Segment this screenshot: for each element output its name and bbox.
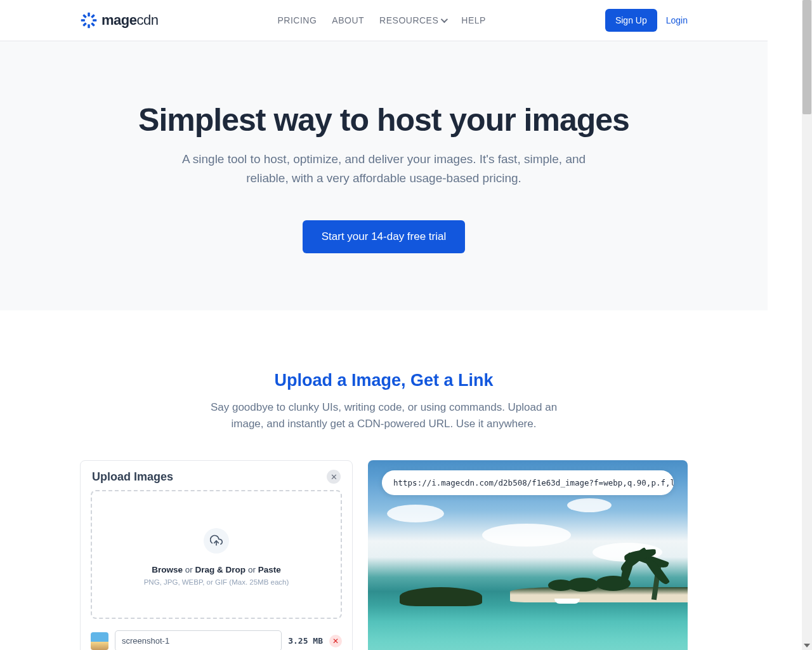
cloud-decoration <box>482 524 571 547</box>
nav-pricing[interactable]: PRICING <box>278 15 317 25</box>
svg-rect-7 <box>91 22 95 27</box>
island-decoration <box>400 587 482 606</box>
svg-rect-0 <box>88 13 90 17</box>
svg-rect-4 <box>91 14 95 18</box>
section-subtitle: Say goodbye to clunky UIs, writing code,… <box>206 399 561 433</box>
remove-file-icon[interactable]: ✕ <box>329 635 342 647</box>
dropzone-text: Browse or Drag & Drop or Paste <box>105 565 328 574</box>
hero-cta-button[interactable]: Start your 14-day free trial <box>303 220 466 253</box>
file-size: 3.25 MB <box>288 636 323 646</box>
login-link[interactable]: Login <box>666 15 688 25</box>
cdn-url-display[interactable]: https://i.magecdn.com/d2b508/f1e63d_imag… <box>382 470 674 495</box>
nav: PRICING ABOUT RESOURCES HELP <box>278 15 486 25</box>
hero: Simplest way to host your images A singl… <box>0 41 768 310</box>
cloud-decoration <box>387 505 444 522</box>
hero-title: Simplest way to host your images <box>0 102 768 138</box>
upload-card-title: Upload Images <box>92 470 173 484</box>
logo-text: magecdn <box>102 12 158 29</box>
nav-help[interactable]: HELP <box>461 15 486 25</box>
dropzone[interactable]: Browse or Drag & Drop or Paste PNG, JPG,… <box>91 490 342 619</box>
nav-about[interactable]: ABOUT <box>332 15 364 25</box>
preview-panel: https://i.magecdn.com/d2b508/f1e63d_imag… <box>368 460 688 650</box>
demo-row: Upload Images ✕ Browse or Drag & Drop or… <box>80 460 688 650</box>
section-title: Upload a Image, Get a Link <box>80 371 688 390</box>
svg-rect-5 <box>82 22 87 27</box>
nav-resources-label: RESOURCES <box>379 15 438 25</box>
nav-resources[interactable]: RESOURCES <box>379 15 446 25</box>
scroll-down-icon[interactable] <box>804 644 810 647</box>
file-row: 3.25 MB ✕ <box>91 630 342 650</box>
svg-rect-3 <box>93 19 96 22</box>
chevron-down-icon <box>441 16 448 23</box>
upload-card-header: Upload Images ✕ <box>81 461 352 490</box>
svg-rect-1 <box>88 24 90 28</box>
header: magecdn PRICING ABOUT RESOURCES HELP Sig… <box>0 0 768 41</box>
scrollbar[interactable] <box>802 0 812 650</box>
upload-section: Upload a Image, Get a Link Say goodbye t… <box>0 310 768 650</box>
upload-card-body: Browse or Drag & Drop or Paste PNG, JPG,… <box>81 490 352 650</box>
boat-decoration <box>554 599 580 604</box>
upload-card: Upload Images ✕ Browse or Drag & Drop or… <box>80 460 353 650</box>
logo[interactable]: magecdn <box>80 11 158 29</box>
cloud-decoration <box>567 498 612 512</box>
hero-subtitle: A single tool to host, optimize, and del… <box>181 150 587 189</box>
logo-icon <box>80 11 98 29</box>
signup-button[interactable]: Sign Up <box>605 9 657 32</box>
dropzone-formats: PNG, JPG, WEBP, or GIF (Max. 25MB each) <box>105 578 328 586</box>
header-actions: Sign Up Login <box>605 9 688 32</box>
file-name-input[interactable] <box>115 630 282 650</box>
cloud-upload-icon <box>204 528 229 554</box>
svg-rect-2 <box>81 19 85 22</box>
svg-rect-6 <box>82 14 87 18</box>
palm-decoration <box>608 536 678 600</box>
file-thumbnail <box>91 632 108 650</box>
close-icon[interactable]: ✕ <box>327 470 341 484</box>
scrollbar-thumb[interactable] <box>802 0 811 114</box>
